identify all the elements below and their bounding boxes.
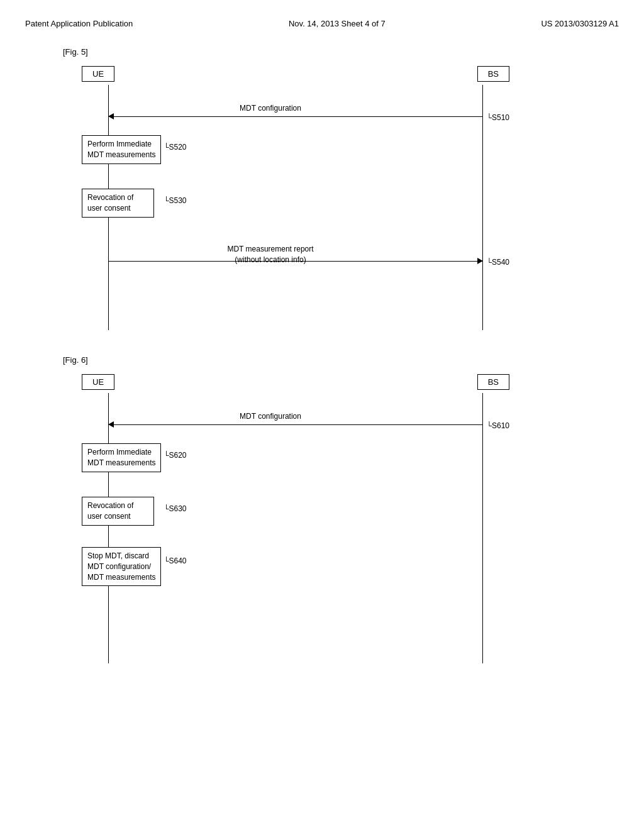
- fig6-label: [Fig. 6]: [63, 355, 619, 365]
- figure-5: [Fig. 5] UE BS MDT configuration: [25, 47, 619, 330]
- fig6-bs-box: BS: [477, 374, 509, 390]
- fig5-s530-step: └S530: [164, 196, 187, 205]
- fig5-s520-step: └S520: [164, 143, 187, 152]
- fig5-s530-box: Revocation of user consent: [82, 189, 154, 218]
- fig6-bs-lifeline: [482, 393, 483, 663]
- fig5-bs-box: BS: [477, 66, 509, 82]
- header-left: Patent Application Publication: [25, 19, 133, 28]
- figure-6: [Fig. 6] UE BS MDT configuration └S610: [25, 355, 619, 663]
- fig6-s610-arrowhead: [108, 421, 114, 428]
- fig5-s510-arrowhead: [108, 113, 114, 119]
- fig6-s620-step: └S620: [164, 451, 187, 460]
- header-right: US 2013/0303129 A1: [541, 19, 619, 28]
- fig6-ue-box: UE: [82, 374, 114, 390]
- fig6-s610-step: └S610: [486, 421, 509, 430]
- fig5-s510-label: MDT configuration: [82, 104, 459, 113]
- fig5-ue-box: UE: [82, 66, 114, 82]
- fig6-s640-box: Stop MDT, discard MDT configuration/ MDT…: [82, 547, 161, 586]
- fig5-s520-box: Perform Immediate MDT measurements: [82, 135, 161, 164]
- fig5-label: [Fig. 5]: [63, 47, 619, 57]
- page: Patent Application Publication Nov. 14, …: [0, 0, 644, 830]
- fig6-ue-lifeline: [108, 393, 109, 663]
- fig5-bs-lifeline: [482, 85, 483, 330]
- fig6-s620-box: Perform Immediate MDT measurements: [82, 443, 161, 472]
- header-center: Nov. 14, 2013 Sheet 4 of 7: [289, 19, 386, 28]
- fig6-s630-step: └S630: [164, 504, 187, 513]
- fig6-s610-arrow-line: [109, 424, 482, 425]
- fig6-s610-label: MDT configuration: [82, 412, 459, 421]
- fig5-s540-label: MDT measurement report (without location…: [82, 244, 459, 265]
- fig5-s510-step: └S510: [486, 113, 509, 122]
- fig6-diagram: UE BS MDT configuration └S610 Perform Im…: [82, 374, 509, 663]
- fig5-s540-arrowhead: [477, 258, 483, 264]
- fig5-s510-arrow-line: [109, 116, 482, 117]
- fig5-s540-step: └S540: [486, 258, 509, 267]
- fig5-diagram: UE BS MDT configuration └S510 Perform Im…: [82, 66, 509, 330]
- fig6-s630-box: Revocation of user consent: [82, 497, 154, 526]
- fig6-s640-step: └S640: [164, 556, 187, 565]
- page-header: Patent Application Publication Nov. 14, …: [25, 13, 619, 28]
